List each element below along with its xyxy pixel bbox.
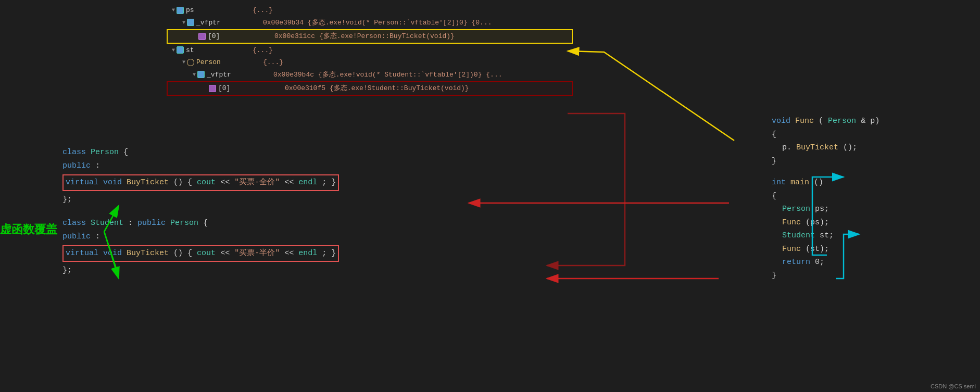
call-func-ps-arg: (ps); — [806, 218, 829, 227]
box-virtual-person: virtual void BuyTicket () { cout << "买票-… — [62, 174, 339, 191]
kw-return: return — [782, 258, 810, 267]
var-value-ps-vfptr: 0x00e39b34 {多态.exe!void(* Person::`vftab… — [263, 18, 492, 28]
code-brace-open1: { — [772, 128, 928, 142]
code-main-decl: int main () — [772, 176, 928, 189]
var-value-st-0: 0x00e310f5 {多态.exe!Student::BuyTicket(vo… — [285, 83, 469, 94]
debug-row-ps-vfptr-0: [0] 0x00e311cc {多态.exe!Person::BuyTicket… — [167, 29, 573, 44]
watermark: CSDN @CS semi — [931, 383, 976, 389]
debug-row-ps: ▼ ps {...} — [167, 4, 573, 17]
expand-arrow-st-vfptr[interactable]: ▼ — [193, 71, 196, 79]
type-student-st: Student — [782, 231, 815, 240]
code-class-person: class Person { — [62, 146, 510, 159]
cube-icon-st-vfptr — [197, 71, 205, 78]
classname-person: Person — [91, 148, 119, 157]
var-value-st: {...} — [253, 45, 273, 56]
op1: << — [220, 178, 234, 187]
box-virtual-student: virtual void BuyTicket () { cout << "买票-… — [62, 245, 339, 262]
cube-icon-st — [177, 46, 184, 54]
kw-void1: void — [103, 178, 122, 187]
code-brace-open2: { — [772, 189, 928, 203]
colon-inherit: : — [128, 219, 137, 227]
expand-arrow-ps[interactable]: ▼ — [172, 6, 175, 14]
open-brace-func: { — [772, 130, 776, 139]
open-brace-main: { — [772, 192, 776, 200]
kw-endl2: endl — [298, 249, 317, 258]
expand-arrow-st-person[interactable]: ▼ — [182, 58, 185, 66]
fn-buyticket2: BuyTicket — [127, 249, 169, 258]
op4: << — [284, 249, 298, 258]
debug-row-st-vfptr: ▼ _vfptr 0x00e39b4c {多态.exe!void(* Stude… — [167, 69, 573, 81]
buy-call-p: p. — [782, 143, 791, 152]
brace-open-person: { — [123, 148, 128, 157]
expand-arrow-ps-0 — [194, 32, 197, 40]
code-public1: public : — [62, 159, 510, 173]
call-func-st: Func — [782, 245, 801, 254]
params1: () { — [173, 178, 197, 187]
colon1: : — [95, 161, 100, 170]
code-virtual-student: virtual void BuyTicket () { cout << "买票-… — [62, 245, 510, 262]
params2: () { — [173, 249, 197, 258]
var-st: st; — [820, 231, 834, 240]
code-section-right: void Func ( Person & p) { p. BuyTicket (… — [772, 115, 928, 282]
var-name-ps: ps — [186, 5, 248, 16]
cube-icon-ps-vfptr — [187, 19, 194, 26]
kw-public1: public — [62, 161, 91, 170]
str-halfprice: "买票-半价" — [234, 249, 280, 258]
type-person-ref: Person — [828, 117, 856, 125]
code-virtual-person: virtual void BuyTicket () { cout << "买票-… — [62, 174, 510, 191]
op2: << — [284, 178, 298, 187]
var-value-st-person: {...} — [263, 57, 283, 68]
code-section-left: class Person { public : virtual void Buy… — [62, 146, 510, 277]
return-val: 0; — [815, 258, 824, 267]
var-name-st: st — [186, 45, 248, 56]
fn-func: Func — [795, 117, 814, 125]
code-close-student: }; — [62, 264, 510, 277]
code-student-decl: Student st; — [772, 229, 928, 243]
code-person-decl: Person ps; — [772, 203, 928, 216]
code-func-decl: void Func ( Person & p) — [772, 115, 928, 128]
debug-row-st-person: ▼ Person {...} — [167, 56, 573, 69]
main-parens: () — [814, 178, 823, 187]
classname-student: Student — [91, 219, 123, 227]
var-name-st-person: Person — [196, 57, 259, 68]
kw-void-func: void — [772, 117, 790, 125]
code-close-person: }; — [62, 193, 510, 207]
var-ps: ps; — [815, 205, 829, 213]
kw-public2: public — [137, 219, 166, 227]
kw-cout1: cout — [197, 178, 216, 187]
buy-call-paren: (); — [843, 143, 857, 152]
debug-panel: ▼ ps {...} ▼ _vfptr 0x00e39b34 {多态.exe!v… — [167, 0, 573, 100]
kw-virtual1: virtual — [66, 178, 98, 187]
paren-open-func: ( — [819, 117, 823, 125]
end1: ; } — [322, 178, 336, 187]
fn-main: main — [790, 178, 809, 187]
kw-public3: public — [62, 232, 91, 241]
str-fullprice: "买票-全价" — [234, 178, 280, 187]
kw-class2: class — [62, 219, 86, 227]
label-virtual-override: 虚函数覆盖 — [0, 222, 57, 237]
cube-icon-ps — [177, 7, 184, 14]
kw-void2: void — [103, 249, 122, 258]
buy-call-method: BuyTicket — [796, 143, 838, 152]
kw-int-main: int — [772, 178, 786, 187]
expand-arrow-st[interactable]: ▼ — [172, 46, 175, 54]
kw-virtual2: virtual — [66, 249, 98, 258]
main-container: ▼ ps {...} ▼ _vfptr 0x00e39b34 {多态.exe!v… — [0, 0, 980, 392]
end2: ; } — [322, 249, 336, 258]
brace-open-student: { — [203, 219, 208, 227]
expand-arrow-ps-vfptr[interactable]: ▼ — [182, 19, 185, 27]
call-func-ps: Func — [782, 218, 801, 227]
code-public2: public : — [62, 230, 510, 244]
person-icon-st — [187, 59, 194, 66]
colon2: : — [95, 232, 100, 241]
close-brace2: }; — [62, 266, 72, 275]
expand-arrow-st-0 — [204, 84, 207, 92]
cube-purple-icon-st-0 — [209, 85, 216, 92]
var-value-st-vfptr: 0x00e39b4c {多态.exe!void(* Student::`vfta… — [273, 70, 502, 80]
debug-row-st: ▼ st {...} — [167, 44, 573, 57]
var-name-st-0: [0] — [218, 83, 281, 94]
ref-amp: & p) — [861, 117, 880, 125]
debug-row-ps-vfptr: ▼ _vfptr 0x00e39b34 {多态.exe!void(* Perso… — [167, 17, 573, 29]
code-brace-close2: } — [772, 269, 928, 283]
close-brace-func: } — [772, 157, 776, 166]
